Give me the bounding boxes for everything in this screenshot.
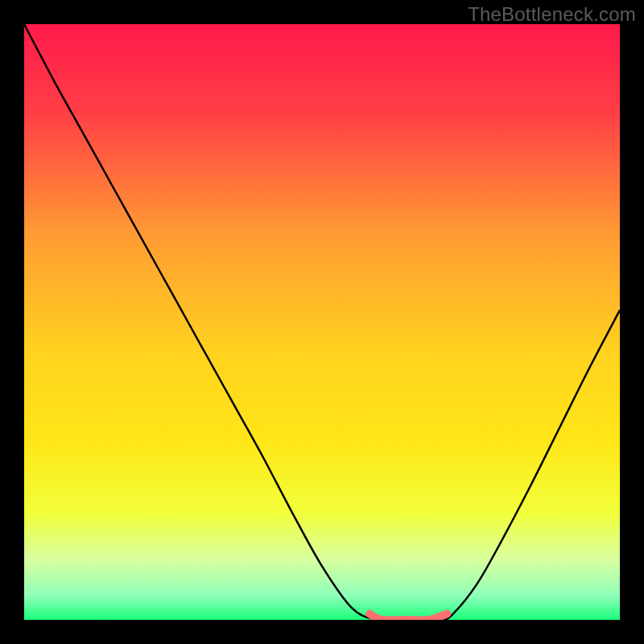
chart-stage: TheBottleneck.com: [0, 0, 644, 644]
gradient-background: [24, 24, 620, 620]
watermark-text: TheBottleneck.com: [468, 3, 636, 26]
svg-rect-0: [24, 24, 620, 620]
plot-area: [24, 24, 620, 620]
